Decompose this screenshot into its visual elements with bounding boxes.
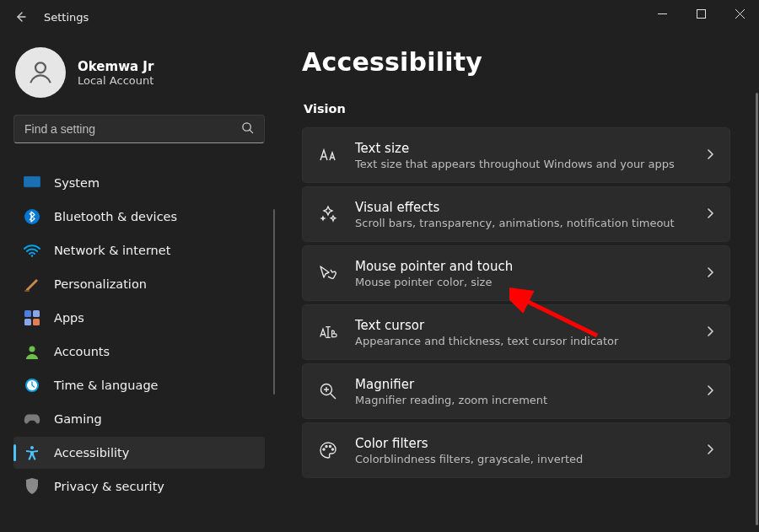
sidebar-item-gaming[interactable]: Gaming <box>13 403 265 435</box>
svg-rect-10 <box>33 310 40 317</box>
maximize-icon <box>697 9 706 19</box>
bluetooth-icon <box>24 208 40 225</box>
close-icon <box>735 9 745 19</box>
card-sub: Mouse pointer color, size <box>355 276 689 288</box>
sidebar-item-apps[interactable]: Apps <box>13 302 265 334</box>
card-title: Magnifier <box>355 377 689 392</box>
svg-rect-1 <box>697 9 705 18</box>
chevron-right-icon <box>706 325 714 340</box>
svg-rect-9 <box>24 310 31 317</box>
person-icon <box>26 58 55 87</box>
svg-point-18 <box>323 449 325 450</box>
text-size-icon <box>318 147 338 164</box>
back-button[interactable] <box>3 0 37 34</box>
chevron-right-icon <box>706 266 714 281</box>
chevron-right-icon <box>706 207 714 222</box>
sidebar-item-label: System <box>54 176 100 190</box>
svg-point-16 <box>30 446 34 449</box>
svg-point-2 <box>35 62 46 73</box>
magnifier-icon <box>318 382 338 400</box>
search-input[interactable] <box>24 122 241 136</box>
card-title: Text size <box>355 141 689 156</box>
sidebar-item-time[interactable]: Time & language <box>13 369 265 401</box>
sidebar-item-label: Bluetooth & devices <box>54 210 177 223</box>
svg-point-19 <box>326 446 327 448</box>
content-scrollbar[interactable] <box>756 93 758 525</box>
personalization-icon <box>24 276 40 293</box>
card-magnifier[interactable]: MagnifierMagnifier reading, zoom increme… <box>302 363 730 419</box>
visual-effects-icon <box>318 205 338 223</box>
text-cursor-icon <box>318 324 338 341</box>
page-title: Accessibility <box>302 47 739 77</box>
accounts-icon <box>24 343 40 360</box>
sidebar-item-label: Network & internet <box>54 244 170 257</box>
svg-point-7 <box>31 255 34 257</box>
sidebar-item-accessibility[interactable]: Accessibility <box>13 437 265 469</box>
user-block[interactable]: Okemwa Jr Local Account <box>13 40 266 115</box>
avatar <box>15 47 66 98</box>
card-sub: Scroll bars, transparency, animations, n… <box>355 217 689 229</box>
maximize-button[interactable] <box>681 0 720 27</box>
sidebar-item-network[interactable]: Network & internet <box>13 234 265 266</box>
sidebar-item-label: Accessibility <box>54 446 129 459</box>
nav: SystemBluetooth & devicesNetwork & inter… <box>13 167 265 502</box>
window-controls <box>643 0 759 27</box>
sidebar: Okemwa Jr Local Account SystemBluetooth … <box>0 34 275 532</box>
color-filters-icon <box>318 441 338 459</box>
section-heading: Vision <box>304 102 739 116</box>
close-button[interactable] <box>720 0 759 27</box>
sidebar-item-label: Privacy & security <box>54 480 164 493</box>
card-sub: Colorblindness filters, grayscale, inver… <box>355 453 689 465</box>
chevron-right-icon <box>706 443 714 458</box>
sidebar-item-personalization[interactable]: Personalization <box>13 268 265 300</box>
card-title: Color filters <box>355 436 689 451</box>
sidebar-item-label: Time & language <box>54 379 159 392</box>
minimize-icon <box>658 9 667 19</box>
search-box[interactable] <box>13 115 265 143</box>
privacy-icon <box>24 478 40 495</box>
sidebar-item-label: Personalization <box>54 277 147 291</box>
mouse-pointer-icon <box>318 264 338 282</box>
card-visual-effects[interactable]: Visual effectsScroll bars, transparency,… <box>302 186 730 242</box>
content: Accessibility Vision Text sizeText size … <box>275 34 759 532</box>
sidebar-item-accounts[interactable]: Accounts <box>13 336 265 368</box>
user-name: Okemwa Jr <box>78 59 153 74</box>
sidebar-item-label: Gaming <box>54 412 102 426</box>
svg-rect-4 <box>24 176 40 187</box>
titlebar: Settings <box>0 0 759 34</box>
sidebar-item-bluetooth[interactable]: Bluetooth & devices <box>13 201 265 233</box>
svg-point-20 <box>330 446 331 448</box>
system-icon <box>24 175 40 191</box>
sidebar-item-privacy[interactable]: Privacy & security <box>13 470 265 502</box>
card-color-filters[interactable]: Color filtersColorblindness filters, gra… <box>302 422 730 478</box>
sidebar-item-system[interactable]: System <box>13 167 265 199</box>
card-text-cursor[interactable]: Text cursorAppearance and thickness, tex… <box>302 304 730 360</box>
card-list: Text sizeText size that appears througho… <box>302 127 739 478</box>
chevron-right-icon <box>706 148 714 163</box>
svg-rect-0 <box>658 13 667 14</box>
arrow-left-icon <box>13 10 27 24</box>
chevron-right-icon <box>706 384 714 399</box>
card-title: Visual effects <box>355 200 689 215</box>
gaming-icon <box>24 411 40 427</box>
accessibility-icon <box>24 444 40 461</box>
card-title: Text cursor <box>355 318 689 333</box>
svg-point-13 <box>30 347 35 352</box>
window-title: Settings <box>44 11 89 24</box>
card-sub: Text size that appears throughout Window… <box>355 158 689 170</box>
card-sub: Magnifier reading, zoom increment <box>355 394 689 406</box>
search-icon <box>241 121 254 137</box>
card-text-size[interactable]: Text sizeText size that appears througho… <box>302 127 730 183</box>
svg-rect-11 <box>24 319 31 325</box>
card-mouse-pointer[interactable]: Mouse pointer and touchMouse pointer col… <box>302 245 730 301</box>
time-icon <box>24 377 40 394</box>
card-title: Mouse pointer and touch <box>355 259 689 274</box>
card-sub: Appearance and thickness, text cursor in… <box>355 335 689 347</box>
svg-rect-8 <box>24 290 30 292</box>
svg-point-21 <box>332 449 334 450</box>
user-sub: Local Account <box>78 74 153 87</box>
svg-point-3 <box>243 123 250 131</box>
minimize-button[interactable] <box>643 0 681 27</box>
apps-icon <box>24 309 40 326</box>
sidebar-item-label: Accounts <box>54 345 110 358</box>
